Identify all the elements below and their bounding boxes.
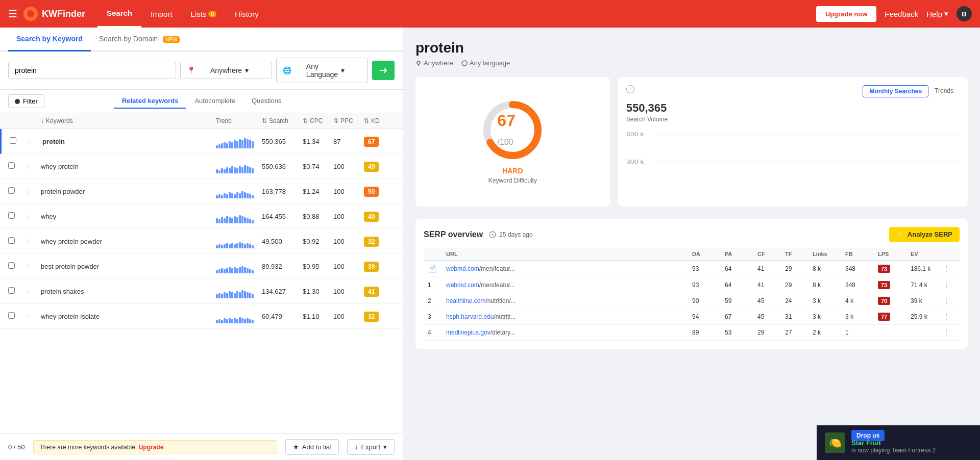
search-input[interactable]	[8, 62, 176, 79]
serp-menu[interactable]: ⋮	[943, 313, 955, 320]
row-checkbox[interactable]	[8, 312, 24, 320]
logo-icon	[23, 7, 38, 21]
row-star[interactable]: ☆	[26, 138, 42, 145]
trend-bar	[216, 320, 218, 323]
trend-bar	[218, 170, 220, 173]
serp-links: 3 k	[813, 313, 843, 320]
serp-url-cell: medlineplus.gov/dietary...	[446, 329, 690, 336]
tab-questions[interactable]: Questions	[243, 94, 290, 109]
nav-lists[interactable]: Lists 0	[182, 0, 226, 28]
row-star[interactable]: ☆	[24, 163, 41, 170]
serp-url-link[interactable]: webmd.com/men/featur...	[446, 265, 515, 272]
table-row[interactable]: ☆ protein shakes 134,627 $1.30 100 41	[0, 279, 403, 304]
serp-row[interactable]: 1 webmd.com/men/featur... 93 64 41 29 8 …	[424, 277, 960, 293]
tab-search-by-domain[interactable]: Search by Domain NEW	[91, 28, 188, 52]
search-go-button[interactable]	[372, 61, 395, 80]
trend-bar	[226, 216, 228, 223]
table-row[interactable]: ☆ protein 550,365 $1.34 87 67	[0, 129, 403, 154]
table-row[interactable]: ☆ protein powder 163,778 $1.24 100 50	[0, 179, 403, 204]
serp-url-link[interactable]: webmd.com/men/featur...	[446, 282, 515, 289]
serp-row[interactable]: 4 medlineplus.gov/dietary... 89 53 29 27…	[424, 325, 960, 341]
tab-related-keywords[interactable]: Related keywords	[114, 94, 187, 109]
serp-menu[interactable]: ⋮	[943, 329, 955, 336]
serp-menu[interactable]: ⋮	[943, 282, 955, 289]
hamburger-icon[interactable]: ☰	[8, 8, 17, 20]
serp-tf: 27	[785, 329, 811, 336]
arrow-right-icon	[378, 65, 388, 75]
row-checkbox[interactable]	[8, 262, 24, 270]
language-selector[interactable]: 🌐 Any Language ▾	[276, 58, 368, 83]
export-button[interactable]: ↓ Export ▾	[347, 439, 395, 455]
row-checkbox[interactable]	[8, 162, 24, 170]
row-star[interactable]: ☆	[24, 263, 41, 270]
notification-toast: 🍋 Drop us Star Fruit is now playing Team…	[817, 425, 980, 460]
row-checkbox[interactable]	[10, 137, 26, 145]
serp-url-link[interactable]: hsph.harvard.edu/nutriti...	[446, 313, 516, 320]
trend-bar	[241, 318, 243, 323]
trend-bar	[231, 243, 233, 248]
trend-bar	[244, 217, 246, 223]
tab-search-by-keyword[interactable]: Search by Keyword	[8, 28, 91, 52]
serp-menu[interactable]: ⋮	[943, 265, 955, 272]
serp-url-link[interactable]: healthline.com/nutrition/...	[446, 297, 516, 304]
help-dropdown[interactable]: Help ▾	[926, 9, 948, 18]
add-to-list-button[interactable]: ★ Add to list	[285, 439, 339, 455]
logo[interactable]: KWFinder	[23, 7, 85, 21]
table-row[interactable]: ☆ whey 164,455 $0.88 100 40	[0, 204, 403, 229]
row-star[interactable]: ☆	[24, 213, 41, 220]
table-row[interactable]: ☆ whey protein 550,636 $0.74 100 49	[0, 154, 403, 179]
kd-badge: 41	[364, 288, 395, 295]
serp-date: 25 days ago	[489, 231, 532, 238]
nav-history[interactable]: History	[226, 0, 268, 28]
serp-row[interactable]: 2 healthline.com/nutrition/... 90 59 45 …	[424, 293, 960, 309]
row-star[interactable]: ☆	[24, 288, 41, 295]
user-avatar[interactable]: B	[957, 6, 972, 21]
serp-ev: 186.1 k	[911, 265, 941, 272]
row-checkbox[interactable]	[8, 187, 24, 195]
feedback-link[interactable]: Feedback	[885, 10, 918, 18]
col-trend[interactable]: Trend	[216, 117, 262, 124]
col-search[interactable]: ⇅Search	[262, 117, 303, 124]
trend-bar	[252, 245, 254, 248]
trend-bar	[247, 218, 249, 223]
serp-lps: 73	[878, 282, 909, 289]
serp-row[interactable]: 📄 webmd.com/men/featur... 93 64 41 29 8 …	[424, 261, 960, 277]
location-selector[interactable]: 📍 Anywhere ▾	[180, 62, 272, 79]
filter-button[interactable]: Filter	[8, 94, 44, 108]
serp-pa: 64	[725, 282, 755, 289]
analyze-serp-button[interactable]: ⭐ Analyze SERP	[889, 227, 960, 242]
serp-links: 2 k	[813, 329, 843, 336]
row-checkbox[interactable]	[8, 212, 24, 220]
trend-bar	[224, 169, 226, 173]
tab-trends[interactable]: Trends	[928, 85, 960, 97]
upgrade-button[interactable]: Upgrade now	[816, 6, 876, 22]
tab-monthly-searches[interactable]: Monthly Searches	[863, 85, 928, 97]
col-ppc[interactable]: ⇅PPC	[333, 117, 364, 124]
serp-col-cf: CF	[757, 251, 783, 257]
serp-url-link[interactable]: medlineplus.gov/dietary...	[446, 329, 515, 336]
tab-autocomplete[interactable]: Autocomplete	[186, 94, 243, 109]
search-volume-cell: 49,500	[262, 238, 303, 245]
trend-bar	[226, 143, 228, 148]
table-row[interactable]: ☆ whey protein isolate 60,479 $1.10 100 …	[0, 304, 403, 329]
serp-col-da: DA	[692, 251, 723, 257]
logo-text: KWFinder	[42, 9, 85, 19]
table-row[interactable]: ☆ whey protein powder 49,500 $0.92 100 3…	[0, 229, 403, 254]
upgrade-link[interactable]: Upgrade	[139, 444, 164, 451]
serp-menu[interactable]: ⋮	[943, 297, 955, 304]
nav-search[interactable]: Search	[97, 0, 141, 28]
row-star[interactable]: ☆	[24, 313, 41, 320]
col-cpc[interactable]: ⇅CPC	[303, 117, 333, 124]
col-kd[interactable]: ⇅KD	[364, 117, 395, 124]
row-checkbox[interactable]	[8, 237, 24, 245]
trend-bar	[218, 219, 220, 223]
row-checkbox[interactable]	[8, 287, 24, 295]
table-row[interactable]: ☆ best protein powder 89,932 $0.95 100 3…	[0, 254, 403, 279]
row-star[interactable]: ☆	[24, 238, 41, 245]
row-star[interactable]: ☆	[24, 188, 41, 195]
col-keywords[interactable]: ↓ Keywords	[41, 117, 216, 124]
trend-bar	[244, 291, 246, 298]
nav-import[interactable]: Import	[141, 0, 182, 28]
kd-badge: 32	[364, 313, 395, 320]
serp-row[interactable]: 3 hsph.harvard.edu/nutriti... 94 67 45 3…	[424, 309, 960, 325]
